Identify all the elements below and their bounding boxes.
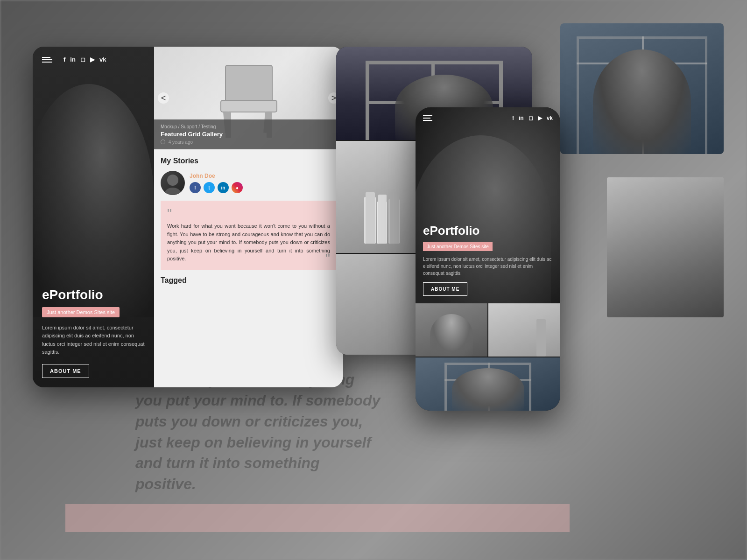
svg-rect-11 bbox=[378, 195, 387, 244]
phone-window-person bbox=[452, 368, 524, 411]
author-facebook[interactable]: f bbox=[190, 182, 201, 193]
svg-rect-9 bbox=[366, 192, 375, 244]
bg-pink-quote-box: know that you can do anything you put yo… bbox=[65, 504, 570, 532]
svg-point-6 bbox=[167, 175, 178, 186]
phone-grid-photo-2 bbox=[488, 303, 560, 357]
phone-hamburger-icon[interactable] bbox=[423, 115, 432, 121]
slider-title: Featured Grid Gallery bbox=[161, 131, 337, 138]
phone-tagline: Just another Demos Sites site bbox=[423, 242, 493, 251]
slider-date-text: 4 years ago bbox=[169, 140, 193, 145]
phone-hero: f in ◻ ▶ vk ePortfolio Just another Demo… bbox=[416, 107, 560, 303]
author-row: John Doe f t in ● bbox=[154, 171, 343, 195]
books-svg bbox=[362, 188, 409, 248]
tagged-section-title: Tagged bbox=[154, 276, 343, 285]
sidebar-content: ePortfolio Just another Demos Sites site… bbox=[33, 278, 154, 387]
left-mockup: f in ◻ ▶ vk ePortfolio Just another Demo… bbox=[33, 47, 343, 387]
bg-photo-bottom bbox=[607, 177, 724, 317]
slider-prev-button[interactable]: < bbox=[158, 92, 169, 104]
quote-text: Work hard for what you want because it w… bbox=[167, 222, 330, 263]
author-twitter[interactable]: t bbox=[204, 182, 215, 193]
phone-brand-title: ePortfolio bbox=[423, 224, 553, 238]
slider-tags: Mockup / Support / Testing bbox=[161, 124, 337, 129]
image-slider: < > Mockup / Support / Testing Featured … bbox=[154, 47, 343, 149]
phone-instagram-icon[interactable]: ◻ bbox=[529, 115, 533, 121]
left-sidebar: f in ◻ ▶ vk ePortfolio Just another Demo… bbox=[33, 47, 154, 387]
pgp2-bg bbox=[488, 303, 560, 357]
social-icons-sidebar: f in ◻ ▶ vk bbox=[63, 56, 106, 63]
quote-mark-open: " bbox=[167, 207, 330, 220]
phone-inner: f in ◻ ▶ vk ePortfolio Just another Demo… bbox=[416, 107, 560, 411]
pgp2-lamp bbox=[536, 319, 546, 357]
phone-content: ePortfolio Just another Demos Sites site… bbox=[416, 216, 560, 303]
about-me-button[interactable]: ABOUT ME bbox=[42, 364, 89, 378]
phone-linkedin-icon[interactable]: in bbox=[519, 115, 524, 121]
clock-icon bbox=[161, 140, 165, 144]
quote-mark-close: " bbox=[325, 252, 330, 265]
author-linkedin[interactable]: in bbox=[218, 182, 229, 193]
brand-title: ePortfolio bbox=[42, 287, 145, 302]
ph-line bbox=[423, 115, 432, 116]
hamburger-line bbox=[42, 57, 50, 58]
avatar-svg bbox=[161, 171, 185, 195]
phone-facebook-icon[interactable]: f bbox=[512, 115, 514, 121]
phone-description: Lorem ipsum dolor sit amet, consectetur … bbox=[423, 256, 553, 277]
phone-window-bg bbox=[416, 357, 560, 411]
hamburger-line bbox=[42, 59, 52, 60]
hamburger-line bbox=[42, 62, 52, 63]
facebook-icon[interactable]: f bbox=[63, 56, 65, 63]
phone-mockup: f in ◻ ▶ vk ePortfolio Just another Demo… bbox=[416, 107, 560, 411]
woman-sitting-photo bbox=[607, 177, 724, 317]
person-silhouette bbox=[593, 49, 691, 154]
svg-rect-1 bbox=[221, 100, 277, 112]
svg-rect-0 bbox=[226, 65, 272, 103]
ph-line bbox=[423, 118, 430, 119]
sidebar-nav: f in ◻ ▶ vk bbox=[42, 56, 106, 63]
phone-grid-photo-window bbox=[416, 357, 560, 411]
phone-social-icons: f in ◻ ▶ vk bbox=[512, 115, 553, 121]
brand-description: Lorem ipsum dolor sit amet, consectetur … bbox=[42, 324, 145, 357]
slider-caption: Mockup / Support / Testing Featured Grid… bbox=[154, 119, 343, 149]
phone-nav: f in ◻ ▶ vk bbox=[416, 115, 560, 121]
bg-photo-top bbox=[560, 23, 724, 154]
youtube-icon[interactable]: ▶ bbox=[90, 56, 95, 63]
hamburger-icon[interactable] bbox=[42, 57, 52, 63]
stories-section-title: My Stories bbox=[154, 157, 343, 165]
slider-date: 4 years ago bbox=[161, 139, 337, 145]
phone-about-me-button[interactable]: ABOUT ME bbox=[423, 282, 467, 296]
quote-box: " Work hard for what you want because it… bbox=[161, 201, 337, 270]
phone-grid-photo-1 bbox=[416, 303, 487, 357]
window-photo-detail bbox=[560, 23, 724, 154]
vk-icon[interactable]: vk bbox=[99, 56, 106, 63]
left-content-panel: < > Mockup / Support / Testing Featured … bbox=[154, 47, 343, 387]
pgp1-person bbox=[430, 314, 473, 357]
brand-tagline: Just another Demos Sites site bbox=[42, 307, 120, 317]
linkedin-icon[interactable]: in bbox=[70, 56, 76, 63]
instagram-icon[interactable]: ◻ bbox=[80, 56, 85, 63]
ph-line bbox=[423, 120, 432, 121]
author-instagram[interactable]: ● bbox=[232, 182, 243, 193]
phone-vk-icon[interactable]: vk bbox=[547, 115, 553, 121]
author-info: John Doe f t in ● bbox=[190, 173, 243, 193]
svg-rect-13 bbox=[390, 192, 399, 244]
bg-quote-text: know that you can do anything you put yo… bbox=[135, 369, 383, 495]
author-avatar bbox=[161, 171, 185, 195]
phone-youtube-icon[interactable]: ▶ bbox=[538, 115, 542, 121]
svg-point-7 bbox=[164, 188, 181, 195]
author-name: John Doe bbox=[190, 173, 243, 179]
phone-grid bbox=[416, 303, 560, 411]
author-socials: f t in ● bbox=[190, 182, 243, 193]
